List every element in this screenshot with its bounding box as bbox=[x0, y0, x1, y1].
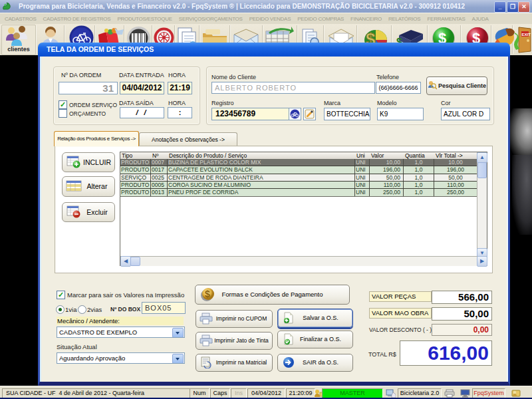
svg-text:EXIT: EXIT bbox=[522, 33, 531, 37]
svg-text:$: $ bbox=[205, 289, 210, 299]
